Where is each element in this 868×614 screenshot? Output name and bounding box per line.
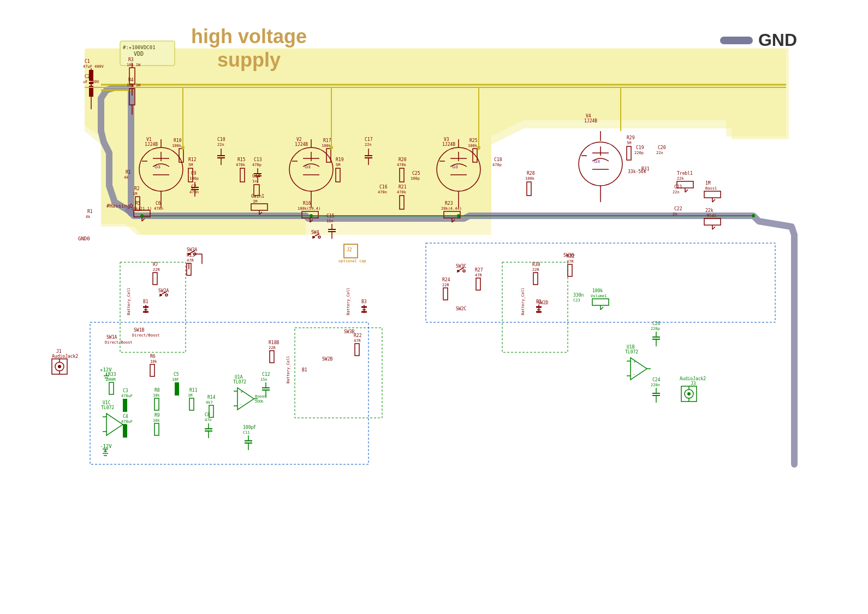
svg-text:G3: G3 [154, 164, 160, 169]
svg-rect-161 [527, 182, 531, 196]
svg-text:SW2D: SW2D [538, 300, 548, 305]
svg-text:47n: 47n [205, 418, 212, 422]
svg-text:SW2C: SW2C [456, 306, 466, 311]
svg-text:C10: C10 [217, 137, 225, 142]
svg-text:100k: 100k [172, 144, 182, 148]
svg-text:5M: 5M [336, 163, 340, 167]
svg-text:Bass1: Bass1 [705, 186, 717, 191]
svg-text:V4: V4 [586, 114, 591, 119]
svg-text:R28: R28 [527, 171, 535, 176]
svg-text:R8: R8 [154, 388, 160, 393]
svg-text:#:+100VDC01: #:+100VDC01 [123, 45, 156, 50]
svg-text:C25: C25 [412, 171, 420, 176]
svg-text:100k: 100k [322, 144, 331, 148]
svg-point-400 [752, 214, 755, 217]
svg-text:1n: 1n [252, 179, 257, 184]
svg-text:R5: R5 [135, 201, 141, 206]
svg-text:100k: 100k [525, 176, 535, 181]
svg-rect-380 [502, 262, 568, 352]
svg-text:470uF: 470uF [121, 420, 133, 424]
svg-text:C6: C6 [156, 201, 161, 206]
svg-rect-302 [270, 351, 274, 363]
svg-text:Battery_Cell: Battery_Cell [346, 287, 350, 315]
svg-text:VDD: VDD [134, 51, 144, 57]
svg-text:C22: C22 [674, 206, 682, 211]
svg-text:470p: 470p [492, 163, 502, 167]
svg-text:SW3C: SW3C [456, 264, 466, 269]
svg-text:C21: C21 [674, 185, 682, 190]
svg-text:1M: 1M [133, 192, 137, 196]
svg-text:470k: 470k [236, 163, 246, 167]
svg-text:R22: R22 [354, 333, 362, 338]
svg-point-179 [188, 253, 191, 255]
svg-text:G3: G3 [594, 159, 600, 164]
svg-text:SW2A: SW2A [158, 288, 169, 293]
svg-text:22k: 22k [705, 208, 714, 213]
svg-text:1J24B: 1J24B [145, 142, 158, 147]
svg-text:B1: B1 [302, 368, 307, 373]
svg-rect-251 [123, 410, 127, 412]
svg-text:470n: 470n [154, 206, 163, 211]
svg-text:C20: C20 [658, 145, 666, 150]
svg-text:R25: R25 [469, 138, 478, 143]
svg-text:330n: 330n [573, 293, 584, 298]
svg-text:V1: V1 [146, 137, 152, 142]
svg-text:GND0: GND0 [78, 236, 90, 241]
svg-text:R21: R21 [399, 185, 407, 190]
svg-text:47uF 400V: 47uF 400V [83, 64, 104, 69]
gnd-line-indicator [720, 37, 753, 44]
svg-text:R27: R27 [475, 268, 483, 273]
svg-point-399 [457, 214, 460, 217]
svg-text:C23: C23 [573, 298, 580, 303]
schematic-svg: #:+100VDC01 VDD C1 47uF 400V C2 uF 400V … [0, 0, 868, 614]
svg-text:1J24B: 1J24B [584, 119, 597, 123]
svg-text:47R: 47R [475, 273, 482, 278]
svg-text:Battery_Cell: Battery_Cell [286, 356, 290, 383]
svg-text:J3: J3 [691, 381, 696, 386]
svg-text:1J24B: 1J24B [295, 142, 308, 147]
svg-text:TL072: TL072 [625, 350, 638, 355]
svg-text:100p: 100p [189, 176, 199, 181]
svg-text:U1B: U1B [627, 345, 635, 350]
svg-text:5M: 5M [188, 163, 193, 167]
svg-text:10k: 10k [153, 418, 160, 423]
svg-text:+: + [633, 359, 636, 364]
svg-text:+12V: +12V [100, 367, 112, 373]
svg-text:C16: C16 [379, 185, 388, 190]
svg-text:100pF: 100pF [243, 425, 256, 430]
svg-point-297 [318, 236, 320, 238]
svg-text:B1: B1 [143, 299, 148, 304]
svg-text:R15: R15 [237, 157, 246, 162]
svg-text:4k7: 4k7 [206, 400, 213, 405]
svg-text:5M: 5M [627, 141, 631, 145]
svg-text:R20: R20 [399, 157, 407, 162]
svg-rect-95 [627, 146, 631, 160]
svg-text:10k 1W: 10k 1W [127, 63, 141, 67]
svg-text:TL072: TL072 [101, 405, 114, 410]
svg-text:Direct/Boost: Direct/Boost [105, 340, 133, 345]
svg-text:C7: C7 [191, 185, 197, 190]
svg-text:500k: 500k [255, 399, 264, 403]
svg-text:R24: R24 [442, 278, 450, 282]
svg-text:V2: V2 [296, 137, 302, 142]
svg-text:470n: 470n [378, 190, 387, 194]
svg-text:R3: R3 [128, 57, 134, 62]
svg-text:22k: 22k [677, 176, 684, 181]
svg-text:22n: 22n [656, 151, 663, 155]
svg-text:+: + [240, 389, 243, 394]
svg-text:R29: R29 [627, 135, 635, 140]
svg-point-184 [160, 294, 162, 296]
svg-text:R17: R17 [323, 138, 331, 143]
svg-text:Direct/Boost: Direct/Boost [132, 333, 160, 338]
svg-text:SW3B: SW3B [344, 329, 354, 334]
svg-point-396 [477, 146, 480, 149]
svg-point-312 [463, 270, 465, 272]
svg-rect-173 [153, 273, 157, 285]
svg-rect-261 [189, 398, 194, 410]
svg-text:R9: R9 [154, 413, 160, 418]
svg-point-186 [165, 294, 168, 296]
svg-text:C5: C5 [174, 372, 179, 377]
svg-text:4k: 4k [86, 215, 91, 219]
svg-text:-: - [633, 371, 635, 376]
svg-text:C12: C12 [262, 372, 270, 377]
